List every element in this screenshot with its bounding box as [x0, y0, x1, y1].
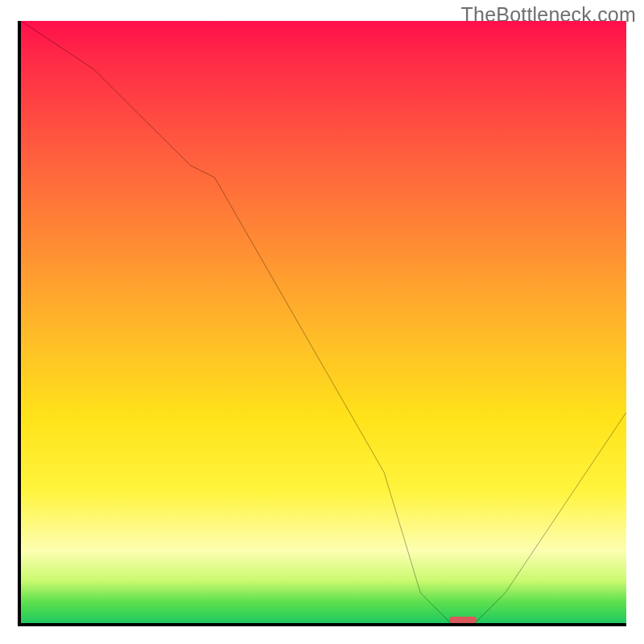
optimal-marker: [449, 617, 477, 623]
plot-area: [18, 21, 626, 626]
curve-layer: [21, 21, 626, 623]
chart-frame: TheBottleneck.com: [0, 0, 644, 644]
bottleneck-curve: [21, 21, 626, 623]
